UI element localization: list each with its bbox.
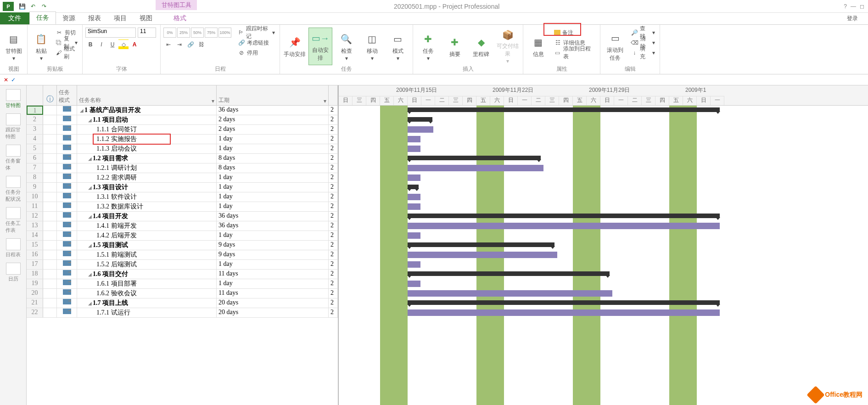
view-日历[interactable]: 日历 xyxy=(5,262,22,283)
cell-extra[interactable]: 2 xyxy=(329,154,338,163)
cell-duration[interactable]: 9 days xyxy=(217,241,329,250)
table-row[interactable]: 6◢1.2 项目需求8 days2 xyxy=(27,154,338,163)
task-bar[interactable] xyxy=(408,281,420,287)
track-mark-button[interactable]: 🏳跟踪时标记▾ xyxy=(236,28,277,38)
insert-summary-button[interactable]: ✚摘要 xyxy=(442,28,467,65)
cell-name[interactable]: 1.7.1 试运行 xyxy=(77,308,217,317)
collapse-icon[interactable]: ◢ xyxy=(88,272,92,277)
cell-extra[interactable]: 2 xyxy=(329,125,338,134)
cell-name[interactable]: 1.3.2 数据库设计 xyxy=(77,202,217,211)
cell-extra[interactable]: 2 xyxy=(329,289,338,298)
collapse-icon[interactable]: ◢ xyxy=(88,214,92,219)
cell-extra[interactable]: 2 xyxy=(329,250,338,259)
minimize-icon[interactable]: — xyxy=(851,3,856,10)
row-number[interactable]: 16 xyxy=(27,250,43,259)
cell-extra[interactable]: 2 xyxy=(329,279,338,288)
cell-duration[interactable]: 36 days xyxy=(217,212,329,221)
view-任务工
作表[interactable]: 任务工 作表 xyxy=(5,206,22,235)
row-number[interactable]: 20 xyxy=(27,289,43,298)
cell-extra[interactable]: 2 xyxy=(329,221,338,231)
tab-view[interactable]: 视图 xyxy=(133,12,159,24)
cell-mode[interactable] xyxy=(57,250,77,259)
tab-report[interactable]: 报表 xyxy=(82,12,107,24)
task-bar[interactable] xyxy=(408,252,557,258)
pct-0%[interactable]: 0% xyxy=(163,28,176,38)
table-row[interactable]: 141.4.2 后端开发1 day2 xyxy=(27,231,338,241)
maximize-icon[interactable]: ◻ xyxy=(860,3,864,10)
bold-button[interactable]: B xyxy=(85,39,95,50)
tab-format[interactable]: 格式 xyxy=(167,12,193,24)
cell-info[interactable] xyxy=(43,183,57,192)
cell-name[interactable]: 1.4.2 后端开发 xyxy=(77,231,217,240)
undo-icon[interactable]: ↶ xyxy=(28,2,38,11)
table-row[interactable]: 2◢1.1 项目启动2 days2 xyxy=(27,115,338,125)
row-number[interactable]: 15 xyxy=(27,241,43,250)
cell-name[interactable]: 1.1.2 实施报告 xyxy=(77,135,217,144)
cell-info[interactable] xyxy=(43,260,57,269)
collapse-icon[interactable]: ◢ xyxy=(88,156,92,161)
row-number[interactable]: 11 xyxy=(27,202,43,211)
cancel-entry-icon[interactable]: ✕ xyxy=(4,77,8,83)
cell-duration[interactable]: 20 days xyxy=(217,308,329,317)
collapse-icon[interactable]: ◢ xyxy=(88,118,92,123)
cell-mode[interactable] xyxy=(57,125,77,134)
cell-mode[interactable] xyxy=(57,212,77,221)
table-row[interactable]: 31.1.1 合同签订2 days2 xyxy=(27,125,338,135)
move-button[interactable]: ◫移动▾ xyxy=(360,28,384,65)
cell-duration[interactable]: 2 days xyxy=(217,125,329,134)
indent-button[interactable]: ⇥ xyxy=(174,39,185,50)
cell-info[interactable] xyxy=(43,154,57,163)
view-任务分
配状况[interactable]: 任务分 配状况 xyxy=(5,175,22,203)
deactivate-button[interactable]: ⊘停用 xyxy=(236,48,277,58)
cell-mode[interactable] xyxy=(57,241,77,250)
tab-resource[interactable]: 资源 xyxy=(56,12,82,24)
cell-info[interactable] xyxy=(43,308,57,317)
header-info[interactable]: ⓘ xyxy=(43,85,57,105)
table-row[interactable]: 9◢1.3 项目设计1 day2 xyxy=(27,183,338,192)
respect-links-button[interactable]: 🔗考虑链接 xyxy=(236,38,277,48)
cell-name[interactable]: ◢1.1 项目启动 xyxy=(77,115,217,124)
fill-button[interactable]: ↓填充▾ xyxy=(629,48,657,58)
pct-100%[interactable]: 100% xyxy=(218,28,231,38)
table-row[interactable]: 111.3.2 数据库设计1 day2 xyxy=(27,202,338,212)
row-number[interactable]: 4 xyxy=(27,135,43,144)
task-bar[interactable] xyxy=(408,146,420,152)
view-任务窗
体[interactable]: 任务窗 体 xyxy=(5,144,22,172)
cell-mode[interactable] xyxy=(57,221,77,231)
row-number[interactable]: 8 xyxy=(27,173,43,182)
cell-duration[interactable]: 36 days xyxy=(217,106,329,115)
task-bar[interactable] xyxy=(408,165,543,171)
cell-mode[interactable] xyxy=(57,270,77,279)
table-row[interactable]: 191.6.1 项目部署1 day2 xyxy=(27,279,338,289)
outdent-button[interactable]: ⇤ xyxy=(163,39,174,50)
gantt-chart[interactable]: 日三四五六日一二三四五六日一二三四五六日一二三四五六日一 2009年11月15日… xyxy=(339,85,868,405)
cell-info[interactable] xyxy=(43,173,57,182)
format-painter-button[interactable]: 🖌格式刷 xyxy=(54,48,79,58)
cell-name[interactable]: 1.1.1 合同签订 xyxy=(77,125,217,134)
cell-mode[interactable] xyxy=(57,260,77,269)
cell-name[interactable]: ◢1.7 项目上线 xyxy=(77,298,217,308)
file-tab[interactable]: 文件 xyxy=(0,12,29,24)
task-bar[interactable] xyxy=(408,203,420,210)
table-row[interactable]: 15◢1.5 项目测试9 days2 xyxy=(27,241,338,250)
row-number[interactable]: 1 xyxy=(27,106,43,115)
cell-extra[interactable]: 2 xyxy=(329,115,338,124)
table-row[interactable]: 1◢1 基线产品项目开发36 days2 xyxy=(27,106,338,115)
cell-mode[interactable] xyxy=(57,163,77,173)
cell-extra[interactable]: 2 xyxy=(329,231,338,240)
cell-duration[interactable]: 8 days xyxy=(217,154,329,163)
collapse-icon[interactable]: ◢ xyxy=(88,301,92,306)
cell-duration[interactable]: 11 days xyxy=(217,270,329,279)
cell-extra[interactable]: 2 xyxy=(329,212,338,221)
accept-entry-icon[interactable]: ✓ xyxy=(11,77,16,83)
header-duration[interactable]: 工期▾ xyxy=(217,85,329,105)
cell-extra[interactable]: 2 xyxy=(329,298,338,308)
table-row[interactable]: 21◢1.7 项目上线20 days2 xyxy=(27,298,338,308)
cell-mode[interactable] xyxy=(57,231,77,240)
cell-extra[interactable]: 2 xyxy=(329,260,338,269)
table-row[interactable]: 18◢1.6 项目交付11 days2 xyxy=(27,270,338,279)
row-number[interactable]: 21 xyxy=(27,298,43,308)
task-bar[interactable] xyxy=(408,290,612,297)
auto-schedule-button[interactable]: ▭→自动安排 xyxy=(308,28,332,65)
cell-name[interactable]: 1.6.2 验收会议 xyxy=(77,289,217,298)
